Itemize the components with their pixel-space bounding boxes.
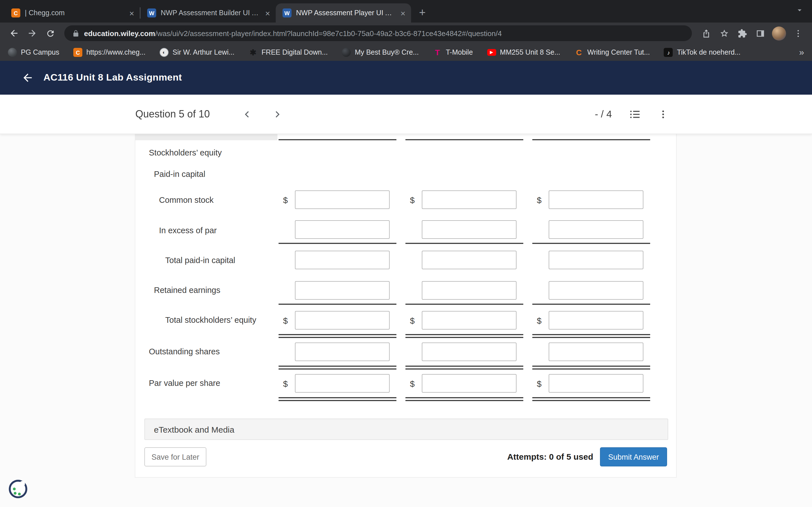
attempts-counter: Attempts: 0 of 5 used <box>507 447 593 466</box>
tab-close-icon[interactable]: × <box>264 9 271 17</box>
par-value-cell-3: $ <box>532 374 650 393</box>
bookmark-sir-arthur[interactable]: ◐Sir W. Arthur Lewi... <box>160 48 235 57</box>
question-list-icon[interactable] <box>629 108 641 120</box>
new-tab-button[interactable]: + <box>414 4 430 20</box>
etextbook-section[interactable]: eTextbook and Media <box>144 418 668 440</box>
back-arrow-icon[interactable] <box>21 71 34 84</box>
total-double-rule <box>278 397 396 401</box>
common-stock-input-1[interactable] <box>295 190 390 209</box>
in-excess-of-par-row <box>135 220 676 239</box>
bookmark-label: https://www.cheg... <box>86 48 146 56</box>
accessibility-widget-icon[interactable] <box>7 478 29 500</box>
profile-avatar[interactable] <box>772 26 786 40</box>
total-double-rule <box>405 397 523 401</box>
tab-chegg[interactable]: C | Chegg.com × <box>4 3 140 22</box>
question-score: - / 4 <box>583 108 623 120</box>
total-paid-in-capital-input-3[interactable] <box>549 251 644 269</box>
row-label-stockholders-equity: Stockholders’ equity <box>149 148 221 158</box>
par-value-per-share-input-2[interactable] <box>422 374 516 393</box>
url-path: /was/ui/v2/assessment-player/index.html?… <box>155 29 502 38</box>
bookmark-best-buy[interactable]: My Best Buy® Cre... <box>342 48 419 57</box>
save-for-later-button[interactable]: Save for Later <box>144 447 206 466</box>
content-area: Stockholders’ equity Paid-in capital Com… <box>0 134 812 507</box>
bookmark-mm255[interactable]: ▶MM255 Unit 8 Se... <box>487 48 560 56</box>
bookmark-label: Writing Center Tut... <box>587 48 650 56</box>
common-stock-row: $ $ $ <box>135 190 676 209</box>
total-stockholders-equity-input-1[interactable] <box>295 311 390 330</box>
common-stock-input-2[interactable] <box>422 190 516 209</box>
back-icon[interactable] <box>6 25 22 42</box>
bug-icon: ✱ <box>249 48 258 57</box>
outstanding-shares-input-2[interactable] <box>422 342 516 361</box>
outstanding-shares-cell-2 <box>405 342 523 361</box>
bookmark-label: T-Mobile <box>446 48 473 56</box>
reload-icon[interactable] <box>42 25 59 42</box>
total-paid-in-cell-2 <box>405 251 523 269</box>
common-stock-cell-2: $ <box>405 190 523 209</box>
assignment-title: AC116 Unit 8 Lab Assignment <box>43 72 182 83</box>
in-excess-of-par-input-2[interactable] <box>422 220 516 239</box>
tab-strip: C | Chegg.com × W NWP Assessment Builder… <box>0 0 812 22</box>
par-value-cell-2: $ <box>405 374 523 393</box>
subtotal-rule <box>278 243 396 244</box>
header-rule <box>532 139 650 140</box>
total-paid-in-capital-input-2[interactable] <box>422 251 516 269</box>
ssl-lock-icon[interactable] <box>72 30 80 37</box>
outstanding-shares-cell-3 <box>532 342 650 361</box>
tab-close-icon[interactable]: × <box>128 9 135 17</box>
url-text: education.wiley.com/was/ui/v2/assessment… <box>84 29 502 38</box>
outstanding-shares-input-1[interactable] <box>295 342 390 361</box>
bookmark-tiktok[interactable]: ♪TikTok de noeherd... <box>664 48 741 57</box>
bookmark-writing-center[interactable]: CWriting Center Tut... <box>574 48 650 57</box>
par-value-per-share-input-3[interactable] <box>549 374 644 393</box>
in-excess-of-par-input-1[interactable] <box>295 220 390 239</box>
bookmark-pg-campus[interactable]: PG Campus <box>8 48 59 57</box>
chegg-favicon: C <box>11 8 20 17</box>
tmobile-icon: T <box>433 48 442 57</box>
retained-earnings-input-1[interactable] <box>295 281 390 300</box>
subtotal-rule <box>532 304 650 305</box>
bookmark-label: TikTok de noeherd... <box>677 48 741 56</box>
total-double-rule <box>532 334 650 338</box>
bookmark-star-icon[interactable] <box>716 25 732 42</box>
tab-search-chevron-icon[interactable] <box>795 6 804 17</box>
next-question-chevron-icon[interactable] <box>272 108 283 120</box>
bookmark-free-digital[interactable]: ✱FREE Digital Down... <box>249 48 328 57</box>
extensions-puzzle-icon[interactable] <box>733 25 751 42</box>
retained-earnings-input-2[interactable] <box>422 281 516 300</box>
tab-assessment-player[interactable]: W NWP Assessment Player UI App × <box>276 3 411 22</box>
retained-earnings-input-3[interactable] <box>549 281 644 300</box>
total-paid-in-capital-input-1[interactable] <box>295 251 390 269</box>
bookmark-chegg[interactable]: Chttps://www.cheg... <box>73 48 146 57</box>
par-value-cell-1: $ <box>278 374 396 393</box>
bookmark-label: FREE Digital Down... <box>262 48 328 56</box>
forward-icon[interactable] <box>24 25 41 42</box>
row-label-paid-in-capital: Paid-in capital <box>154 169 205 179</box>
header-rule <box>278 139 396 140</box>
tiktok-icon: ♪ <box>664 48 673 57</box>
share-icon[interactable] <box>698 25 714 42</box>
par-value-per-share-input-1[interactable] <box>295 374 390 393</box>
address-bar[interactable]: education.wiley.com/was/ui/v2/assessment… <box>64 25 692 41</box>
side-panel-icon[interactable] <box>752 25 769 42</box>
common-stock-input-3[interactable] <box>549 190 644 209</box>
total-double-rule <box>405 334 523 338</box>
browser-toolbar: education.wiley.com/was/ui/v2/assessment… <box>0 22 812 44</box>
total-double-rule <box>532 365 650 370</box>
bookmark-tmobile[interactable]: TT-Mobile <box>433 48 473 57</box>
tab-close-icon[interactable]: × <box>399 9 407 17</box>
dollar-sign: $ <box>537 316 542 325</box>
question-menu-kebab-icon[interactable] <box>658 108 669 120</box>
tab-assessment-builder[interactable]: W NWP Assessment Builder UI App × <box>140 3 276 22</box>
in-excess-of-par-input-3[interactable] <box>549 220 644 239</box>
total-stockholders-equity-input-2[interactable] <box>422 311 516 330</box>
retained-earnings-cell-1 <box>278 281 396 300</box>
previous-question-chevron-icon[interactable] <box>241 108 253 120</box>
bookmarks-overflow-chevron[interactable]: » <box>799 47 804 57</box>
dollar-sign: $ <box>283 316 288 325</box>
submit-answer-button[interactable]: Submit Answer <box>600 447 667 466</box>
in-excess-cell-3 <box>532 220 650 239</box>
browser-menu-kebab-icon[interactable] <box>790 25 806 42</box>
outstanding-shares-input-3[interactable] <box>549 342 644 361</box>
total-stockholders-equity-input-3[interactable] <box>549 311 644 330</box>
